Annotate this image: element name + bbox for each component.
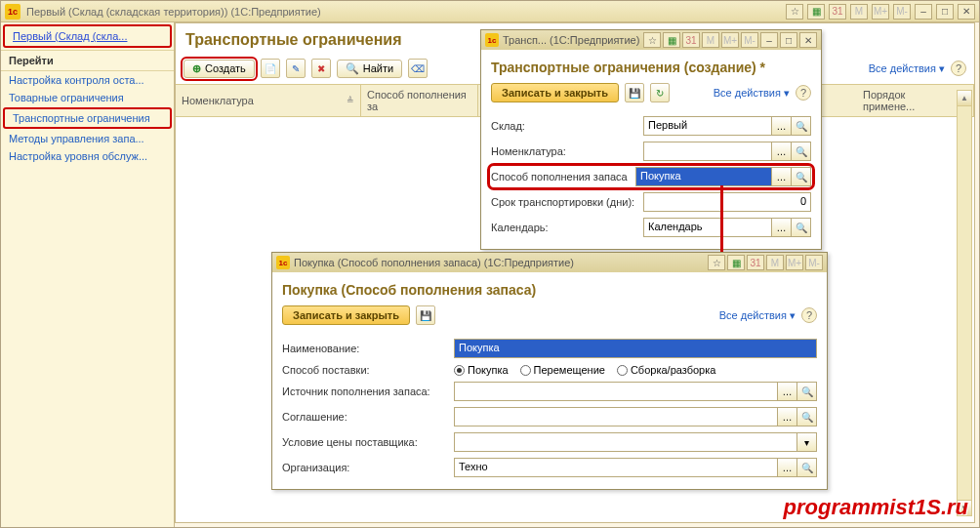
source-ellipsis-icon[interactable]: … [778, 382, 797, 401]
lbl-agreement: Соглашение: [282, 411, 448, 423]
lbl-warehouse: Склад: [491, 120, 637, 132]
dlg1-title: Трансп... (1С:Предприятие) [503, 34, 639, 46]
input-org[interactable]: Техно [454, 458, 778, 477]
sidebar: Первый (Склад (скла... Перейти Настройка… [1, 22, 175, 527]
dlg2-cal-icon[interactable]: 31 [747, 255, 764, 270]
sidebar-item-2[interactable]: Транспортные ограничения [3, 107, 172, 129]
radio-icon [520, 365, 531, 376]
warehouse-search-icon[interactable]: 🔍 [792, 116, 811, 136]
create-button-label: Создать [205, 62, 246, 74]
dlg1-all-actions[interactable]: Все действия ▾ [714, 87, 790, 100]
dlg1-max-icon[interactable]: □ [780, 32, 797, 48]
nomen-ellipsis-icon[interactable]: … [772, 142, 792, 161]
main-title: Первый (Склад (складская территория)) (1… [26, 6, 321, 18]
agreement-search-icon[interactable]: 🔍 [797, 407, 817, 426]
dlg1-mplus[interactable]: M+ [721, 32, 739, 48]
dlg1-heading: Транспортные ограничения (создание) * [491, 56, 811, 83]
input-days[interactable]: 0 [643, 192, 811, 212]
input-calendar[interactable]: Календарь [643, 218, 772, 237]
lbl-source: Источник пополнения запаса: [282, 386, 448, 397]
dlg2-calc-icon[interactable]: ▦ [727, 255, 745, 270]
calendar-icon[interactable]: 31 [829, 4, 846, 20]
dlg2-fav-icon[interactable]: ☆ [708, 255, 725, 270]
main-titlebar: 1c Первый (Склад (складская территория))… [1, 1, 979, 22]
mplus-icon[interactable]: M+ [872, 4, 889, 20]
input-price[interactable] [454, 432, 797, 452]
dialog-transport: 1c Трансп... (1С:Предприятие) ☆ ▦ 31 M M… [480, 29, 822, 250]
input-nomen[interactable] [643, 142, 772, 161]
warehouse-ellipsis-icon[interactable]: … [772, 116, 792, 136]
dlg2-m[interactable]: M [766, 255, 784, 270]
create-button[interactable]: ⊕ Создать [184, 60, 255, 78]
close-icon[interactable]: ✕ [958, 4, 975, 20]
sidebar-item-3[interactable]: Методы управления запа... [1, 130, 174, 147]
org-search-icon[interactable]: 🔍 [797, 458, 817, 477]
connector-line [720, 185, 723, 252]
plus-icon: ⊕ [192, 62, 201, 75]
fav-icon[interactable]: ☆ [786, 4, 803, 20]
all-actions-link[interactable]: Все действия ▾ [869, 62, 945, 75]
dlg2-help-icon[interactable]: ? [801, 307, 817, 323]
dlg1-fav-icon[interactable]: ☆ [643, 32, 661, 48]
dlg1-mminus[interactable]: M- [741, 32, 758, 48]
dlg1-logo-icon: 1c [485, 33, 499, 47]
copy-button[interactable]: 📄 [261, 59, 280, 78]
dlg1-help-icon[interactable]: ? [796, 85, 811, 101]
find-button[interactable]: 🔍 Найти [337, 60, 402, 78]
delete-button[interactable]: ✖ [311, 59, 331, 78]
sidebar-item-0[interactable]: Настройка контроля оста... [1, 71, 174, 89]
input-method[interactable]: Покупка [635, 167, 772, 186]
col-nomen[interactable]: Номенклатура≜ [176, 85, 361, 116]
sidebar-item-1[interactable]: Товарные ограничения [1, 89, 174, 106]
search-icon: 🔍 [346, 62, 359, 75]
method-search-icon[interactable]: 🔍 [792, 167, 811, 186]
help-icon[interactable]: ? [951, 61, 966, 76]
lbl-nomen: Номенклатура: [491, 145, 637, 157]
calc-icon[interactable]: ▦ [807, 4, 825, 20]
dlg1-save-icon[interactable]: 💾 [625, 83, 644, 102]
edit-button[interactable]: ✎ [286, 59, 306, 78]
col-method[interactable]: Способ пополнения за [361, 85, 478, 116]
calendar-ellipsis-icon[interactable]: … [772, 218, 792, 237]
radio-purchase[interactable]: Покупка [454, 364, 509, 376]
scrollbar[interactable]: ▲ ▼ [957, 90, 972, 516]
agreement-ellipsis-icon[interactable]: … [778, 407, 797, 426]
sidebar-item-4[interactable]: Настройка уровня обслуж... [1, 147, 174, 165]
dlg2-title: Покупка (Способ пополнения запаса) (1С:П… [294, 257, 574, 268]
lbl-price: Условие цены поставщика: [282, 436, 448, 448]
dlg1-calc-icon[interactable]: ▦ [663, 32, 680, 48]
input-name[interactable]: Покупка [454, 339, 817, 358]
method-ellipsis-icon[interactable]: … [772, 167, 792, 186]
org-ellipsis-icon[interactable]: … [778, 458, 797, 477]
m-icon[interactable]: M [850, 4, 868, 20]
sidebar-section: Перейти [1, 50, 174, 71]
radio-icon [617, 365, 628, 376]
dlg2-mplus[interactable]: M+ [786, 255, 803, 270]
input-agreement[interactable] [454, 407, 778, 426]
scroll-up-icon[interactable]: ▲ [958, 91, 971, 106]
calendar-search-icon[interactable]: 🔍 [792, 218, 811, 237]
dlg1-cal-icon[interactable]: 31 [682, 32, 700, 48]
dlg1-refresh-icon[interactable]: ↻ [650, 83, 670, 102]
dlg2-mminus[interactable]: M- [805, 255, 823, 270]
dlg1-close-icon[interactable]: ✕ [799, 32, 817, 48]
dlg1-m[interactable]: M [702, 32, 719, 48]
radio-move[interactable]: Перемещение [520, 364, 605, 376]
source-search-icon[interactable]: 🔍 [797, 382, 817, 401]
dlg1-save-close-button[interactable]: Записать и закрыть [491, 83, 619, 102]
dlg2-save-close-button[interactable]: Записать и закрыть [282, 305, 410, 325]
input-warehouse[interactable]: Первый [643, 116, 772, 136]
dlg1-min-icon[interactable]: – [760, 32, 778, 48]
dlg2-save-icon[interactable]: 💾 [416, 305, 435, 325]
find-button-label: Найти [363, 62, 393, 74]
minimize-icon[interactable]: – [915, 4, 932, 20]
price-dropdown-icon[interactable]: ▾ [797, 432, 817, 452]
clear-find-button[interactable]: ⌫ [408, 59, 428, 78]
mminus-icon[interactable]: M- [893, 4, 911, 20]
sidebar-title[interactable]: Первый (Склад (скла... [3, 24, 172, 48]
input-source[interactable] [454, 382, 778, 401]
dlg2-all-actions[interactable]: Все действия ▾ [719, 309, 796, 322]
maximize-icon[interactable]: □ [936, 4, 954, 20]
nomen-search-icon[interactable]: 🔍 [792, 142, 811, 161]
radio-assembly[interactable]: Сборка/разборка [617, 364, 715, 376]
